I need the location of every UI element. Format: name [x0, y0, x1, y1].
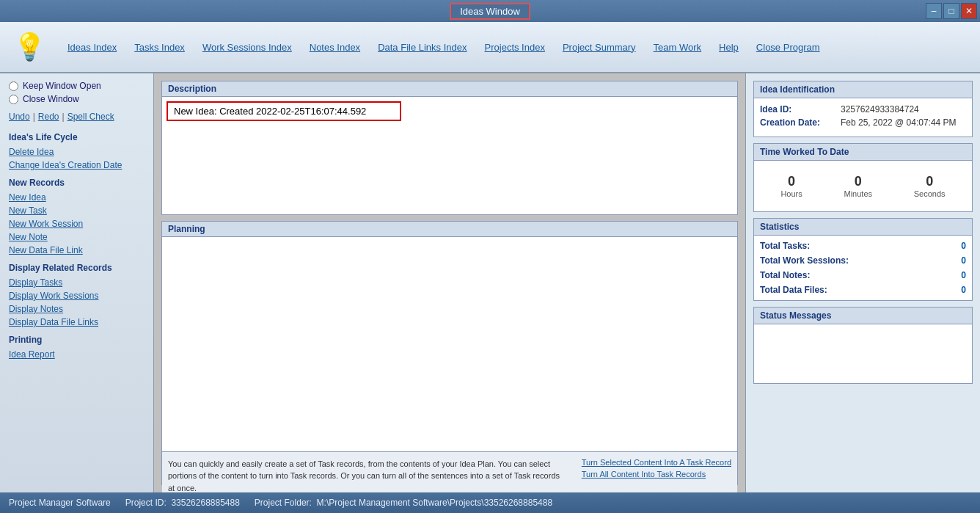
statistics-body: Total Tasks: 0 Total Work Sessions: 0 To… [754, 236, 972, 300]
seconds-unit: 0 Seconds [914, 174, 946, 198]
project-folder-value: M:\Project Management Software\Projects\… [317, 498, 553, 508]
idea-identification-body: Idea ID: 3257624933384724 Creation Date:… [754, 98, 972, 137]
planning-footer-links: Turn Selected Content Into A Task Record… [582, 458, 731, 479]
hours-label: Hours [780, 189, 802, 198]
hours-value: 0 [788, 174, 795, 189]
keep-window-open-option[interactable]: Keep Window Open [9, 81, 145, 91]
spell-check-link[interactable]: Spell Check [67, 112, 114, 122]
hours-unit: 0 Hours [780, 174, 802, 198]
display-data-file-links-link[interactable]: Display Data File Links [9, 316, 145, 329]
edit-actions: Undo | Redo | Spell Check [9, 112, 145, 122]
restore-button[interactable]: □ [943, 3, 959, 19]
new-work-session-link[interactable]: New Work Session [9, 217, 145, 230]
nav-project-summary[interactable]: Project Summary [554, 39, 645, 56]
description-input[interactable] [167, 101, 401, 121]
idea-report-link[interactable]: Idea Report [9, 348, 145, 361]
planning-content: You can quickly and easily create a set … [162, 237, 737, 492]
statistics-title: Statistics [754, 219, 972, 236]
minutes-label: Minutes [844, 189, 872, 198]
undo-link[interactable]: Undo [9, 112, 30, 122]
life-cycle-section-title: Idea's Life Cycle [9, 132, 145, 142]
project-folder-display: Project Folder: M:\Project Management So… [255, 498, 552, 508]
total-data-files-value: 0 [961, 285, 966, 295]
idea-id-label: Idea ID: [760, 104, 833, 114]
nav-projects-index[interactable]: Projects Index [476, 39, 554, 56]
title-bar: Ideas Window – □ ✕ [0, 0, 980, 22]
total-notes-value: 0 [961, 270, 966, 280]
redo-link[interactable]: Redo [38, 112, 59, 122]
turn-all-to-tasks-link[interactable]: Turn All Content Into Task Records [582, 470, 731, 479]
display-tasks-link[interactable]: Display Tasks [9, 276, 145, 289]
keep-window-radio[interactable] [9, 81, 18, 91]
new-idea-link[interactable]: New Idea [9, 191, 145, 204]
right-panel: Idea Identification Idea ID: 32576249333… [745, 73, 980, 492]
center-panel: Description Planning You can quickly and… [154, 73, 745, 492]
nav-work-sessions-index[interactable]: Work Sessions Index [194, 39, 301, 56]
menu-bar: 💡 Ideas Index Tasks Index Work Sessions … [0, 22, 980, 73]
window-controls: – □ ✕ [926, 3, 977, 19]
time-worked-display: 0 Hours 0 Minutes 0 Seconds [760, 167, 966, 205]
status-bar: Project Manager Software Project ID: 335… [0, 492, 980, 513]
total-tasks-row: Total Tasks: 0 [754, 239, 972, 253]
planning-footer: You can quickly and easily create a set … [162, 451, 737, 493]
delete-idea-link[interactable]: Delete Idea [9, 145, 145, 159]
nav-close-program[interactable]: Close Program [747, 39, 829, 56]
status-messages-card: Status Messages [753, 307, 973, 384]
planning-label: Planning [162, 222, 737, 237]
description-label: Description [162, 81, 737, 97]
project-id-display: Project ID: 33526268885488 [125, 498, 240, 508]
time-worked-card: Time Worked To Date 0 Hours 0 Minutes 0 [753, 143, 973, 212]
description-section: Description [161, 81, 738, 215]
project-id-value: 33526268885488 [171, 498, 239, 508]
creation-date-value: Feb 25, 2022 @ 04:07:44 PM [841, 117, 957, 128]
nav-data-file-links-index[interactable]: Data File Links Index [369, 39, 475, 56]
main-nav: Ideas Index Tasks Index Work Sessions In… [59, 39, 829, 56]
content-main: Description Planning You can quickly and… [154, 73, 980, 492]
planning-section: Planning You can quickly and easily crea… [161, 221, 738, 485]
display-work-sessions-link[interactable]: Display Work Sessions [9, 289, 145, 302]
nav-help[interactable]: Help [710, 39, 747, 56]
close-button[interactable]: ✕ [961, 3, 977, 19]
seconds-label: Seconds [914, 189, 946, 198]
nav-ideas-index[interactable]: Ideas Index [59, 39, 125, 56]
nav-tasks-index[interactable]: Tasks Index [125, 39, 194, 56]
total-work-sessions-row: Total Work Sessions: 0 [754, 253, 972, 268]
total-work-sessions-label: Total Work Sessions: [760, 255, 849, 266]
total-tasks-label: Total Tasks: [760, 241, 810, 251]
close-window-option[interactable]: Close Window [9, 94, 145, 104]
description-content [162, 97, 737, 214]
time-worked-body: 0 Hours 0 Minutes 0 Seconds [754, 161, 972, 211]
new-task-link[interactable]: New Task [9, 204, 145, 217]
bulb-icon: 💡 [13, 32, 46, 62]
minimize-button[interactable]: – [926, 3, 942, 19]
new-data-file-link-link[interactable]: New Data File Link [9, 244, 145, 257]
planning-editor[interactable] [162, 237, 737, 451]
idea-identification-title: Idea Identification [754, 81, 972, 98]
printing-section-title: Printing [9, 335, 145, 345]
idea-id-value: 3257624933384724 [841, 104, 919, 114]
display-related-section-title: Display Related Records [9, 263, 145, 273]
idea-id-row: Idea ID: 3257624933384724 [760, 104, 966, 114]
new-note-link[interactable]: New Note [9, 230, 145, 244]
display-notes-link[interactable]: Display Notes [9, 302, 145, 316]
status-messages-title: Status Messages [754, 308, 972, 324]
nav-team-work[interactable]: Team Work [645, 39, 711, 56]
new-records-section-title: New Records [9, 178, 145, 188]
idea-identification-card: Idea Identification Idea ID: 32576249333… [753, 81, 973, 137]
status-messages-body [754, 324, 972, 383]
nav-notes-index[interactable]: Notes Index [301, 39, 369, 56]
creation-date-row: Creation Date: Feb 25, 2022 @ 04:07:44 P… [760, 117, 966, 128]
change-creation-date-link[interactable]: Change Idea's Creation Date [9, 159, 145, 172]
close-window-radio[interactable] [9, 95, 18, 104]
total-tasks-value: 0 [961, 241, 966, 251]
turn-selected-to-task-link[interactable]: Turn Selected Content Into A Task Record [582, 458, 731, 467]
planning-helper-text: You can quickly and easily create a set … [168, 458, 567, 493]
sidebar: Keep Window Open Close Window Undo | Red… [0, 73, 154, 492]
window-behavior-group: Keep Window Open Close Window [9, 81, 145, 104]
software-name: Project Manager Software [9, 498, 111, 508]
minutes-value: 0 [855, 174, 862, 189]
creation-date-label: Creation Date: [760, 117, 833, 128]
total-data-files-label: Total Data Files: [760, 285, 827, 295]
total-notes-label: Total Notes: [760, 270, 810, 280]
time-worked-title: Time Worked To Date [754, 144, 972, 161]
